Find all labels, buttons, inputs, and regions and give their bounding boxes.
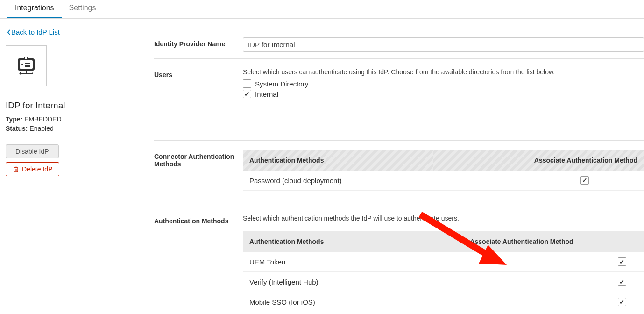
idp-title: IDP for Internal <box>6 100 139 111</box>
status-value: Enabled <box>29 125 53 132</box>
checkbox-mobile-sso-ios[interactable] <box>618 298 626 306</box>
connector-auth-table: Authentication Methods Associate Authent… <box>243 150 644 191</box>
auth-methods-table: Authentication Methods Associate Authent… <box>243 231 644 312</box>
th-associate: Associate Authentication Method <box>463 231 644 252</box>
table-row: Verify (Intelligent Hub) <box>243 272 644 292</box>
chevron-left-icon <box>7 29 11 36</box>
tab-settings[interactable]: Settings <box>62 0 104 18</box>
auth-method-name: Verify (Intelligent Hub) <box>243 272 463 292</box>
delete-idp-label: Delete IdP <box>22 165 52 173</box>
connector-auth-label: Connector Authentication Methods <box>154 150 243 191</box>
user-option-row: Internal <box>243 90 644 98</box>
checkbox-password-cloud[interactable] <box>580 176 589 185</box>
checkbox-system-directory[interactable] <box>243 79 251 88</box>
svg-rect-4 <box>25 65 30 67</box>
tabs: Integrations Settings <box>0 0 644 19</box>
checkbox-label: Internal <box>255 90 278 98</box>
row-idp-name: Identity Provider Name <box>154 37 644 59</box>
trash-icon <box>13 166 19 172</box>
row-users: Users Select which users can authenticat… <box>154 59 644 141</box>
auth-methods-label: Authentication Methods <box>154 214 243 312</box>
row-auth-methods: Authentication Methods Select which auth… <box>154 205 644 314</box>
main-content: Identity Provider Name Users Select whic… <box>145 19 644 314</box>
svg-rect-3 <box>25 63 30 64</box>
idp-type-line: Type: EMBEDDED <box>6 115 139 123</box>
table-row: Mobile SSO (for iOS) <box>243 292 644 312</box>
svg-point-2 <box>21 64 23 65</box>
table-row: Password (cloud deployment) <box>243 171 644 191</box>
idp-status-line: Status: Enabled <box>6 125 139 132</box>
status-label: Status: <box>6 125 28 132</box>
checkbox-uem-token[interactable] <box>618 257 626 266</box>
delete-idp-button[interactable]: Delete IdP <box>6 162 59 176</box>
auth-method-name: Mobile SSO (for iOS) <box>243 292 463 312</box>
type-value: EMBEDDED <box>24 115 61 123</box>
auth-method-check-cell <box>463 292 644 312</box>
idp-device-icon <box>13 53 39 79</box>
sidebar-buttons: Disable IdP Delete IdP <box>6 144 139 176</box>
th-auth-methods: Authentication Methods <box>243 150 433 171</box>
checkbox-verify-hub[interactable] <box>618 278 626 286</box>
auth-method-check-cell <box>463 272 644 292</box>
sidebar: Back to IdP List IDP for Internal Type: … <box>0 19 145 314</box>
user-option-row: System Directory <box>243 79 644 88</box>
checkbox-label: System Directory <box>255 80 308 88</box>
tab-integrations[interactable]: Integrations <box>7 0 62 18</box>
svg-rect-9 <box>14 168 18 172</box>
auth-help-text: Select which authentication methods the … <box>243 214 644 222</box>
idp-name-label: Identity Provider Name <box>154 37 243 52</box>
checkbox-internal[interactable] <box>243 90 251 98</box>
back-link[interactable]: Back to IdP List <box>7 28 60 36</box>
auth-method-check-cell <box>463 252 644 272</box>
type-label: Type: <box>6 115 22 123</box>
users-help-text: Select which users can authenticate usin… <box>243 68 644 76</box>
auth-method-check-cell <box>433 171 644 191</box>
th-auth-methods: Authentication Methods <box>243 231 463 252</box>
th-associate: Associate Authentication Method <box>433 150 644 171</box>
svg-rect-6 <box>25 57 27 59</box>
users-label: Users <box>154 68 243 98</box>
auth-method-name: Password (cloud deployment) <box>243 171 433 191</box>
disable-idp-button[interactable]: Disable IdP <box>6 144 59 158</box>
back-link-text: Back to IdP List <box>11 28 60 36</box>
table-row: UEM Token <box>243 252 644 272</box>
auth-method-name: UEM Token <box>243 252 463 272</box>
idp-icon-box <box>6 45 47 86</box>
idp-name-input[interactable] <box>243 37 644 52</box>
row-connector-auth: Connector Authentication Methods Authent… <box>154 141 644 205</box>
